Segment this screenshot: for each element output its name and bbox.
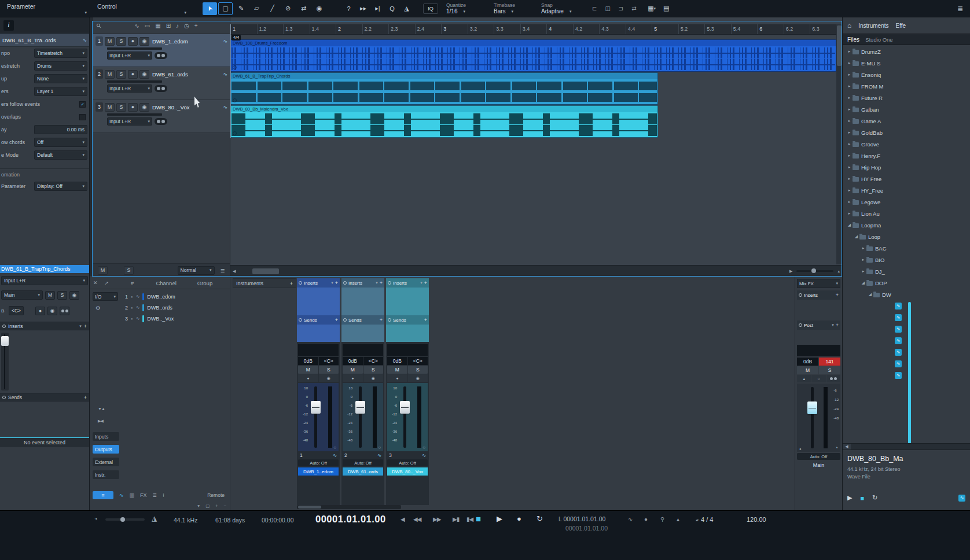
tree-item[interactable]: ◢ Loopma ∿ bbox=[843, 219, 962, 231]
fast-forward-button[interactable]: ▶▶ bbox=[433, 516, 440, 522]
audio-event[interactable]: DWB_100_Drums_Freedom bbox=[230, 39, 836, 72]
snap-select[interactable]: Snap Adaptive▾ bbox=[541, 1, 580, 17]
global-solo-button[interactable]: S bbox=[124, 266, 134, 275]
fader-slot[interactable] bbox=[359, 386, 362, 448]
inspector-row[interactable]: npo ✓ Timestretch▾ bbox=[0, 47, 89, 60]
stepper-icon[interactable]: ▴▾ bbox=[696, 518, 698, 522]
inserts-header[interactable]: Inserts ▾ + bbox=[0, 322, 89, 330]
selected-channel-banner[interactable]: DWB_61_B_TrapTrip_Chords bbox=[0, 265, 89, 273]
channel-name-badge[interactable]: DWB_1..edom bbox=[298, 467, 339, 476]
mixer-scrollbar[interactable] bbox=[297, 505, 401, 509]
tree-item[interactable]: ▸ HY_Free ∿ bbox=[843, 185, 962, 196]
expand-arrow-icon[interactable]: ◢ bbox=[846, 223, 853, 227]
crossfade-icon[interactable]: ⇄ bbox=[631, 5, 636, 12]
post-header[interactable]: Post ▾ + bbox=[797, 320, 840, 330]
monitor-button[interactable]: ◉ bbox=[363, 374, 384, 382]
tree-item[interactable]: ∿ bbox=[843, 300, 962, 312]
add-send-button[interactable]: + bbox=[335, 317, 338, 323]
automation-parameter-select[interactable]: Parameter ▾ bbox=[5, 1, 90, 16]
mix-panel-toggle[interactable]: ≣ bbox=[957, 5, 963, 13]
track-solo-button[interactable]: S bbox=[116, 103, 126, 112]
tree-item[interactable]: ∿ bbox=[843, 312, 962, 323]
track-input-select[interactable]: Input L+R▾ bbox=[107, 84, 152, 93]
loop-end-display[interactable]: 00001.01.01.00 bbox=[565, 525, 608, 532]
remote-button[interactable]: Remote bbox=[207, 492, 227, 498]
record-icon[interactable]: ● bbox=[131, 317, 133, 320]
play-button[interactable]: ▶ bbox=[497, 514, 502, 523]
tree-item[interactable]: ▸ FROM M ∿ bbox=[843, 80, 962, 92]
record-arm-button[interactable]: ● bbox=[343, 374, 363, 382]
record-arm-button[interactable]: ● bbox=[298, 374, 318, 382]
tree-item[interactable]: ▸ Lion Au ∿ bbox=[843, 208, 962, 219]
inspector-row[interactable]: overlaps ✓ ▾ bbox=[0, 110, 89, 123]
track-header[interactable]: 3 M S ● ◉ DWB_80.._Vox ∿ Input L+R▾ bbox=[93, 100, 230, 133]
monitor-button[interactable]: ◉ bbox=[47, 307, 57, 315]
tree-item[interactable]: ▸ BAC ∿ bbox=[843, 242, 962, 254]
snap-mode-icon[interactable]: ⊐ bbox=[619, 5, 623, 12]
metronome-volume-knob[interactable]: ◔ bbox=[94, 515, 98, 522]
tree-item[interactable]: ▸ Game A ∿ bbox=[843, 115, 962, 127]
checkbox[interactable]: ✓ bbox=[79, 114, 86, 120]
tree-item[interactable]: ∿ bbox=[843, 347, 962, 358]
browser-scrollbar[interactable]: ◀ bbox=[843, 443, 970, 450]
power-icon[interactable] bbox=[388, 318, 391, 322]
inspector-row[interactable]: up ✓ None▾ bbox=[0, 72, 89, 85]
precount-icon[interactable]: ∿ bbox=[628, 516, 633, 522]
scroll-handle[interactable] bbox=[252, 268, 279, 274]
track-input-select[interactable]: Input L+R▾ bbox=[107, 51, 152, 60]
value-select[interactable]: 0.00 ms▾ bbox=[34, 125, 87, 134]
fader-value[interactable]: 0dB bbox=[797, 358, 818, 366]
fader-value[interactable]: 0dB bbox=[298, 357, 318, 365]
expand-arrow-icon[interactable]: ▸ bbox=[846, 165, 853, 170]
list-icon[interactable]: ≣ bbox=[221, 267, 225, 274]
sends-area[interactable] bbox=[341, 325, 384, 342]
power-icon[interactable] bbox=[299, 318, 302, 322]
layers-icon[interactable]: ⊞ bbox=[166, 23, 171, 29]
post-area[interactable] bbox=[795, 330, 842, 342]
preview-play-button[interactable]: ▶ bbox=[847, 494, 852, 502]
expand-arrow-icon[interactable]: ◢ bbox=[853, 234, 859, 239]
power-icon[interactable] bbox=[299, 281, 302, 285]
channel-input-select[interactable]: Input L+R▾ bbox=[1, 276, 88, 285]
inspector-row[interactable]: omation ✓ ▾ bbox=[0, 168, 89, 180]
grid-icon[interactable]: ▦ bbox=[155, 23, 160, 29]
track-mute-button[interactable]: M bbox=[105, 103, 115, 112]
next-bar-button[interactable]: ▶▮ bbox=[453, 516, 459, 522]
mixer-channel-strip[interactable]: Inserts ▾ + Sends + 0dB <C> bbox=[341, 278, 384, 505]
inserts-area[interactable] bbox=[341, 288, 384, 315]
metronome-button[interactable]: ◮ bbox=[399, 2, 414, 15]
note-icon[interactable]: ♪ bbox=[176, 23, 179, 29]
home-icon[interactable]: ⌂ bbox=[847, 21, 851, 30]
value-select[interactable]: None▾ bbox=[34, 74, 87, 83]
track-mute-button[interactable]: M bbox=[105, 70, 115, 79]
pencil-tool-button[interactable]: ✎ bbox=[234, 2, 248, 15]
time-signature-display[interactable]: ▴▾ 4 / 4 bbox=[696, 516, 713, 523]
channel-list-row[interactable]: 2 ● ∿ DWB..ords bbox=[122, 302, 229, 313]
expand-arrow-icon[interactable]: ▸ bbox=[846, 95, 853, 100]
inserts-header[interactable]: Inserts ▾ + bbox=[341, 278, 384, 288]
expand-arrow-icon[interactable]: ▸ bbox=[846, 142, 853, 146]
inspector-track-row[interactable]: DWB_61_B_Tra..ords ∿ bbox=[0, 34, 89, 47]
expand-arrow-icon[interactable]: ◢ bbox=[867, 292, 873, 297]
track-monitor-button[interactable]: ◉ bbox=[139, 70, 149, 79]
speaker-icon[interactable]: ○ bbox=[333, 445, 336, 450]
expand-arrow-icon[interactable]: ▸ bbox=[846, 49, 853, 54]
tree-item[interactable]: ∿ bbox=[843, 323, 962, 335]
fader-value[interactable]: 0dB bbox=[343, 357, 363, 365]
add-button[interactable]: + bbox=[215, 503, 218, 509]
automation-mode[interactable]: Auto: Off bbox=[298, 459, 339, 466]
tab-effects[interactable]: Effe bbox=[896, 23, 906, 29]
tree-item[interactable]: ▸ E-MU S ∿ bbox=[843, 57, 962, 69]
grid-options-button[interactable]: ▦▾ bbox=[645, 2, 659, 15]
inspector-row[interactable]: ers follow events ✓ ▾ bbox=[0, 98, 89, 110]
listen-button[interactable]: ○ bbox=[811, 375, 825, 382]
automation-mode[interactable]: Auto: Off bbox=[343, 459, 383, 466]
magnifier-icon[interactable]: ⚲ bbox=[660, 516, 664, 522]
value-select[interactable]: Layer 1▾ bbox=[34, 87, 87, 96]
macro-button-2[interactable]: ▸| bbox=[370, 2, 385, 15]
add-post-button[interactable]: + bbox=[836, 322, 839, 328]
help-button[interactable]: ? bbox=[341, 2, 356, 15]
audio-event[interactable]: DWB_80_Bb_Malendra_Vox bbox=[230, 105, 658, 138]
mixer-menu-button[interactable]: ≡ bbox=[93, 491, 113, 499]
solo-button[interactable]: S bbox=[408, 366, 428, 374]
